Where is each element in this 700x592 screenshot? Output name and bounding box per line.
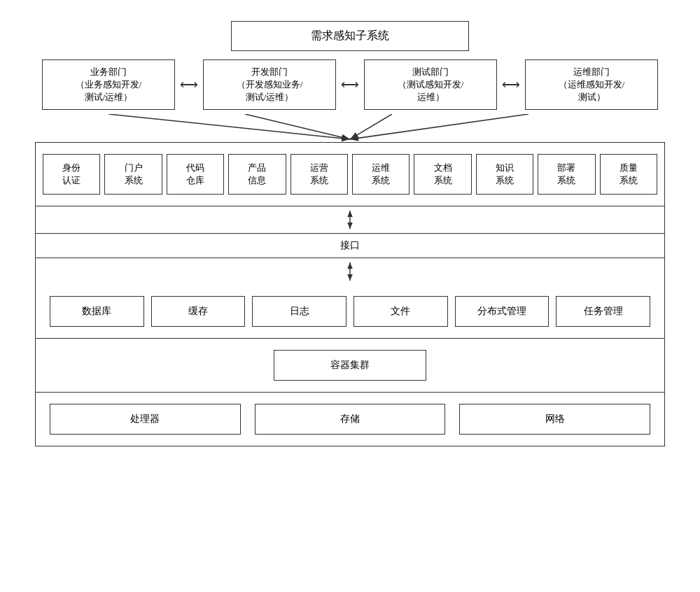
need-system-row: 需求感知子系统 [35, 14, 665, 55]
platform-box-7: 知识系统 [476, 154, 533, 195]
data-box-0: 数据库 [50, 296, 144, 327]
interface-arrow-up [340, 206, 360, 233]
dept-box-1: 开发部门（开发感知业务/测试/运维） [203, 59, 336, 110]
bidirectional-arrow [340, 209, 360, 230]
data-box-4: 分布式管理 [455, 296, 550, 327]
dept-box-2: 测试部门（测试感知开发/运维） [364, 59, 497, 110]
platform-box-6: 文档系统 [414, 154, 471, 195]
need-system-box: 需求感知子系统 [231, 21, 469, 51]
dept-arrow-1: ⟷ [180, 77, 198, 92]
container-box: 容器集群 [274, 350, 426, 381]
data-box-3: 文件 [354, 296, 448, 327]
hw-box-1: 存储 [255, 404, 446, 435]
dept-box-3: 运维部门（运维感知开发/测试） [525, 59, 658, 110]
bidirectional-arrow-2 [340, 261, 360, 282]
dept-arrow-2: ⟷ [341, 77, 359, 92]
converge-arrows [35, 114, 665, 142]
platform-box-1: 门户系统 [104, 154, 162, 195]
data-row: 数据库 缓存 日志 文件 分布式管理 任务管理 [35, 285, 665, 339]
platform-box-0: 身份认证 [43, 154, 100, 195]
dept-box-0: 业务部门（业务感知开发/测试/运维） [42, 59, 175, 110]
platform-box-8: 部署系统 [538, 154, 595, 195]
platform-box-3: 产品信息 [228, 154, 286, 195]
svg-line-3 [350, 114, 392, 139]
interface-row: 接口 [36, 233, 664, 258]
platform-box-4: 运营系统 [290, 154, 348, 195]
dept-row: 业务部门（业务感知开发/测试/运维） ⟷ 开发部门（开发感知业务/测试/运维） … [35, 55, 665, 114]
platform-box-9: 质量系统 [600, 154, 657, 195]
hw-box-2: 网络 [459, 404, 650, 435]
container-row: 容器集群 [35, 339, 665, 393]
platform-row: 身份认证 门户系统 代码仓库 产品信息 运营系统 运维系统 文档系统 知识系统 … [35, 142, 665, 206]
platform-box-5: 运维系统 [352, 154, 410, 195]
platform-box-2: 代码仓库 [167, 154, 224, 195]
hardware-row: 处理器 存储 网络 [35, 393, 665, 446]
data-box-5: 任务管理 [556, 296, 650, 327]
interface-arrow-down [340, 258, 360, 285]
architecture-diagram: 需求感知子系统 业务部门（业务感知开发/测试/运维） ⟷ 开发部门（开发感知业务… [35, 14, 665, 446]
svg-line-2 [245, 114, 350, 139]
svg-line-4 [350, 114, 528, 139]
data-box-1: 缓存 [151, 296, 246, 327]
dept-arrow-3: ⟷ [502, 77, 520, 92]
converge-row [35, 114, 665, 142]
data-box-2: 日志 [252, 296, 346, 327]
svg-line-1 [108, 114, 350, 139]
hw-box-0: 处理器 [50, 404, 241, 435]
interface-label: 接口 [340, 239, 360, 252]
